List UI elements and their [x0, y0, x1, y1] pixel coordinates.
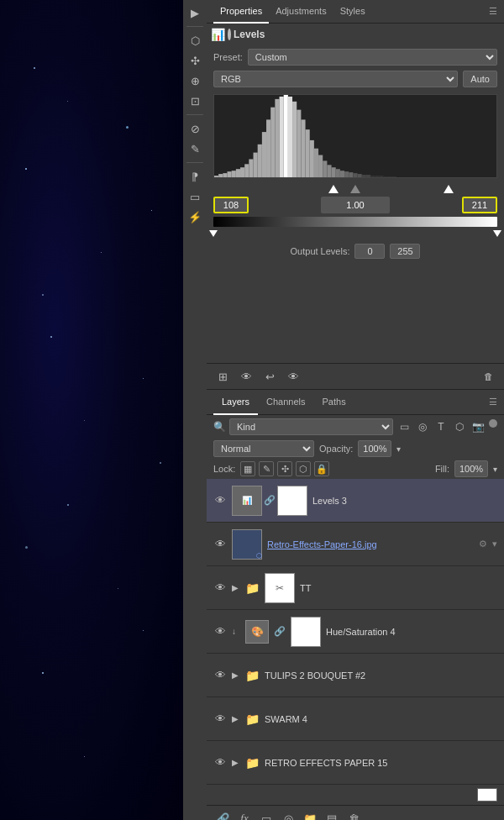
mid-input[interactable]	[321, 197, 390, 213]
layer-visibility-icon[interactable]: 👁	[213, 494, 227, 507]
clip-icon[interactable]: ⊞	[213, 367, 232, 386]
filter-type-icon[interactable]: T	[433, 419, 449, 434]
tab-properties[interactable]: Properties	[213, 0, 269, 24]
preview-icon[interactable]: 👁	[284, 367, 302, 386]
filter-shape-icon[interactable]: ⬡	[452, 419, 467, 434]
layer-row[interactable]: 👁 ↓ 🎨 🔗 Hue/Saturation 4	[207, 610, 504, 654]
lock-all-icon[interactable]: 🔒	[314, 461, 329, 476]
delete-adjustment-icon[interactable]: 🗑	[479, 367, 497, 386]
undo-icon[interactable]: ↩	[260, 367, 279, 386]
levels-circle-icon[interactable]	[228, 29, 231, 40]
layer-visibility-icon[interactable]: 👁	[213, 669, 227, 682]
expand-arrow-icon[interactable]: ▶	[232, 670, 240, 680]
lock-icons-group: ▦ ✎ ✣ ⬡ 🔒	[240, 461, 329, 476]
filter-pixel-icon[interactable]: ▭	[396, 419, 412, 434]
fx-icon[interactable]: fx	[235, 809, 254, 820]
shape-icon[interactable]: ▭	[186, 187, 204, 206]
tab-styles[interactable]: Styles	[333, 0, 372, 24]
toolbar: ▶ ⬡ ✣ ⊕ ⊡ ⊘ ✎ ⁋ ▭ ⚡	[183, 0, 207, 820]
svg-rect-26	[323, 160, 327, 177]
layer-row[interactable]: 👁 ▶ 📁 RETRO EFFECTS PAPER 15	[207, 741, 504, 785]
input-slider-row	[213, 181, 497, 195]
tab-adjustments[interactable]: Adjustments	[269, 0, 333, 24]
output-white-thumb[interactable]	[493, 230, 501, 237]
fill-arrow-icon[interactable]: ▾	[493, 465, 497, 474]
eye-visibility-icon[interactable]: 👁	[237, 367, 255, 386]
layer-row[interactable]: 👁 ▶ 📁 SWARM 4	[207, 697, 504, 741]
add-layer-icon[interactable]: ▤	[323, 809, 341, 820]
layer-visibility-icon[interactable]: 👁	[213, 625, 227, 639]
tab-paths[interactable]: Paths	[314, 390, 354, 415]
blend-mode-row: Normal Opacity: ▾	[207, 439, 504, 459]
expand-arrow-icon[interactable]: ▶	[232, 583, 240, 592]
expand-arrow-icon[interactable]: ▶	[232, 714, 240, 723]
lock-image-icon[interactable]: ✎	[259, 461, 274, 476]
group-folder-icon: 📁	[245, 669, 260, 682]
select-icon[interactable]: ⬡	[186, 31, 204, 50]
layer-row[interactable]: 👁 📊 🔗 Levels 3	[207, 479, 504, 523]
layer-visibility-icon[interactable]: 👁	[213, 756, 227, 770]
output-white-input[interactable]	[390, 244, 420, 259]
blend-mode-select[interactable]: Normal	[213, 440, 314, 457]
properties-extra-space	[207, 262, 504, 363]
filter-smart-icon[interactable]: 📷	[470, 419, 486, 434]
tab-channels[interactable]: Channels	[258, 390, 313, 415]
opacity-input[interactable]	[358, 440, 391, 457]
lock-artboard-icon[interactable]: ⬡	[296, 461, 311, 476]
svg-rect-2	[218, 174, 223, 177]
opacity-arrow-icon[interactable]: ▾	[396, 444, 401, 454]
expand-arrow-icon[interactable]: ▶	[232, 758, 240, 767]
output-slider-row	[213, 229, 497, 239]
lock-transparent-icon[interactable]: ▦	[240, 461, 255, 476]
play-icon[interactable]: ▶	[186, 3, 204, 22]
preset-select[interactable]: Custom	[248, 49, 497, 66]
fill-input[interactable]	[454, 460, 488, 477]
layer-row[interactable]: 👁 ▶ 📁 ✂ TT	[207, 566, 504, 610]
panel-menu-icon[interactable]: ☰	[489, 6, 497, 17]
layer-row[interactable]: 👁 ▶ 📁 TULIPS 2 BOUQUET #2	[207, 654, 504, 697]
svg-rect-7	[240, 167, 244, 177]
mid-slider-thumb[interactable]	[350, 185, 360, 193]
add-adjustment-icon[interactable]: ◎	[279, 809, 297, 820]
layers-panel-menu-icon[interactable]: ☰	[489, 397, 497, 407]
paragraph-icon[interactable]: ⁋	[186, 167, 204, 186]
auto-button[interactable]: Auto	[463, 71, 497, 87]
link-layers-icon[interactable]: 🔗	[213, 809, 232, 820]
add-mask-icon[interactable]: ▭	[257, 809, 276, 820]
white-input[interactable]	[462, 197, 497, 213]
filter-adj-icon[interactable]: ◎	[415, 419, 430, 434]
layer-visibility-icon[interactable]: 👁	[213, 581, 227, 595]
tab-layers[interactable]: Layers	[213, 390, 258, 415]
filter-kind-select[interactable]: Kind	[229, 418, 393, 435]
black-input[interactable]	[213, 197, 249, 213]
brush-icon[interactable]: ✎	[186, 139, 204, 158]
black-slider-thumb[interactable]	[328, 185, 339, 193]
white-slider-thumb[interactable]	[444, 185, 454, 193]
delete-layer-icon[interactable]: 🗑	[344, 809, 363, 820]
channel-select[interactable]: RGB	[213, 71, 458, 87]
layer-visibility-icon[interactable]: 👁	[213, 538, 227, 551]
output-black-thumb[interactable]	[209, 230, 218, 237]
layer-expand-icon[interactable]: ▾	[492, 539, 497, 549]
lock-label: Lock:	[213, 464, 235, 474]
output-black-input[interactable]	[354, 244, 385, 259]
lasso-icon[interactable]: ⊕	[186, 71, 204, 90]
history-icon[interactable]: ⚡	[186, 208, 204, 226]
svg-rect-20	[297, 110, 301, 177]
move-icon[interactable]: ✣	[186, 51, 204, 70]
histogram-container	[213, 94, 497, 178]
eyedropper-icon[interactable]: ⊘	[186, 119, 204, 138]
crop-icon[interactable]: ⊡	[186, 92, 204, 110]
input-levels-row	[207, 195, 504, 215]
down-arrow-icon: ↓	[232, 627, 240, 636]
lock-row: Lock: ▦ ✎ ✣ ⬡ 🔒 Fill: ▾	[207, 459, 504, 479]
toolbar-separator-3	[186, 162, 203, 163]
svg-rect-22	[306, 129, 310, 177]
svg-rect-32	[349, 172, 353, 177]
add-group-icon[interactable]: 📁	[301, 809, 319, 820]
layer-extra-options-icon[interactable]: ⚙	[479, 539, 487, 549]
lock-position-icon[interactable]: ✣	[277, 461, 292, 476]
layer-visibility-icon[interactable]: 👁	[213, 712, 227, 726]
layer-row[interactable]: 👁 ⬡ Retro-Effects-Paper-16.jpg ⚙ ▾	[207, 523, 504, 566]
svg-rect-11	[258, 145, 262, 177]
